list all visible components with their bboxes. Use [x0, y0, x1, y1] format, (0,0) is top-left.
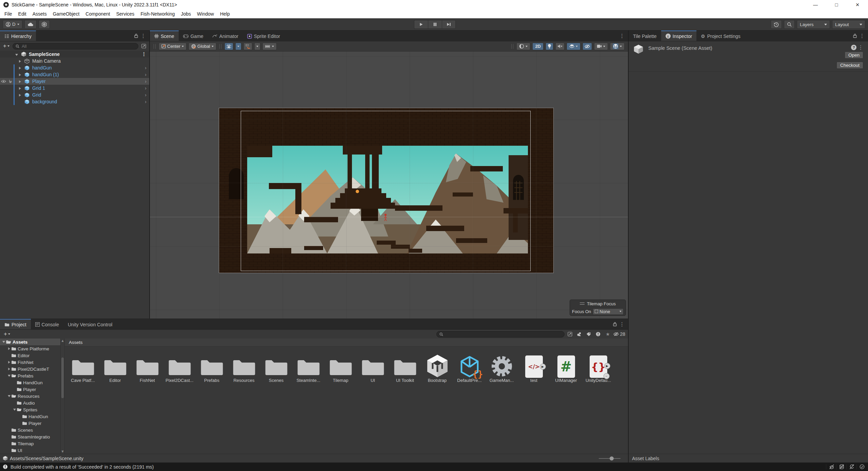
- asset-item-folder[interactable]: UI Toolkit: [389, 349, 421, 384]
- tree-item[interactable]: Player: [0, 420, 60, 427]
- toolbar-drag-handle[interactable]: [511, 44, 513, 49]
- tab-console[interactable]: Console: [31, 319, 63, 329]
- tree-item[interactable]: UI: [0, 447, 60, 454]
- asset-item-folder[interactable]: Pixel2DCast...: [163, 349, 196, 384]
- menu-services[interactable]: Services: [113, 11, 138, 17]
- tree-item-assets[interactable]: Assets: [0, 339, 60, 345]
- layout-dropdown[interactable]: Layout: [832, 20, 865, 29]
- menu-edit[interactable]: Edit: [15, 11, 29, 17]
- picker-icon[interactable]: [140, 43, 147, 49]
- open-button[interactable]: Open: [845, 52, 863, 59]
- asset-item-scene[interactable]: Bootstrap: [421, 349, 453, 384]
- tree-item[interactable]: Audio: [0, 400, 60, 406]
- search-by-type-icon[interactable]: [575, 331, 583, 337]
- kebab-menu-icon[interactable]: ⋮: [139, 51, 149, 57]
- asset-item-folder[interactable]: Editor: [99, 349, 131, 384]
- scene-render-tilemap-level[interactable]: [219, 108, 554, 273]
- asset-item-folder[interactable]: Prefabs: [196, 349, 228, 384]
- hierarchy-item-background[interactable]: background ›: [0, 98, 149, 105]
- visibility-eye-icon[interactable]: [1, 79, 6, 83]
- tab-sprite-editor[interactable]: Sprite Editor: [243, 30, 284, 41]
- tab-game[interactable]: Game: [179, 30, 208, 41]
- tree-item[interactable]: Prefabs: [0, 372, 60, 379]
- snap-settings-button[interactable]: [243, 43, 252, 50]
- pause-button[interactable]: [428, 20, 442, 29]
- hierarchy-item-handgun-1[interactable]: handGun (1) ›: [0, 71, 149, 78]
- tree-item[interactable]: Player: [0, 386, 60, 393]
- thumbnail-size-slider[interactable]: [599, 458, 620, 459]
- asset-item-gear[interactable]: GameMan...: [486, 349, 518, 384]
- tree-item[interactable]: Tilemap: [0, 440, 60, 447]
- cache-server-disabled-icon[interactable]: [836, 464, 845, 469]
- slider-knob[interactable]: [610, 456, 614, 460]
- cloud-button[interactable]: [24, 20, 37, 29]
- kebab-menu-icon[interactable]: ⋮: [857, 33, 867, 39]
- help-icon[interactable]: ?: [851, 45, 856, 50]
- menu-fish-networking[interactable]: Fish-Networking: [137, 11, 178, 17]
- tool-settings-dropdown[interactable]: [262, 43, 277, 50]
- pivot-mode-dropdown[interactable]: Center: [159, 43, 186, 50]
- asset-item-json[interactable]: {} ▶ − UnityDefau...: [582, 349, 614, 384]
- lock-icon[interactable]: [134, 34, 138, 38]
- scene-visibility-toggle[interactable]: [583, 43, 592, 50]
- focus-on-dropdown[interactable]: None: [593, 308, 624, 315]
- scene-viewport[interactable]: Tilemap Focus Focus On None: [150, 52, 628, 319]
- tree-item[interactable]: Cave Platforme: [0, 345, 60, 352]
- prefab-open-chevron[interactable]: ›: [145, 92, 146, 98]
- scrollbar-thumb[interactable]: [61, 357, 64, 398]
- tree-item[interactable]: SteamIntegratio: [0, 433, 60, 440]
- tree-item[interactable]: Resources: [0, 393, 60, 400]
- auto-refresh-disabled-icon[interactable]: [846, 464, 855, 469]
- scene-lighting-toggle[interactable]: [546, 43, 553, 50]
- prefab-open-chevron[interactable]: ›: [145, 85, 146, 91]
- status-ok-icon[interactable]: [856, 464, 865, 469]
- effects-toggle[interactable]: [567, 43, 580, 50]
- asset-item-folder[interactable]: SteamInte...: [292, 349, 324, 384]
- asset-item-script[interactable]: # UIManager: [550, 349, 582, 384]
- asset-item-preset[interactable]: {} DefaultPre...: [453, 349, 486, 384]
- hierarchy-search-input[interactable]: [21, 43, 135, 49]
- checkout-button[interactable]: Checkout: [836, 62, 863, 69]
- kebab-menu-icon[interactable]: ⋮: [617, 33, 627, 39]
- asset-item-folder[interactable]: FishNet: [131, 349, 163, 384]
- prefab-open-chevron[interactable]: ›: [145, 79, 146, 84]
- search-log-icon[interactable]: [594, 331, 602, 337]
- toolbar-drag-handle[interactable]: [154, 44, 156, 49]
- tab-project-settings[interactable]: ⚙ Project Settings: [696, 30, 745, 41]
- asset-item-script[interactable]: </> ▶ test: [518, 349, 550, 384]
- asset-item-folder[interactable]: Cave Platf...: [67, 349, 99, 384]
- menu-file[interactable]: File: [1, 11, 15, 17]
- project-add-button[interactable]: +: [3, 331, 11, 337]
- tab-scene[interactable]: Scene: [150, 30, 179, 41]
- orientation-dropdown[interactable]: Global: [189, 43, 216, 50]
- tree-item[interactable]: FishNet: [0, 359, 60, 366]
- tab-unity-version-control[interactable]: Unity Version Control: [63, 319, 117, 329]
- hierarchy-search-field[interactable]: [13, 43, 138, 49]
- shading-mode-dropdown[interactable]: [516, 43, 530, 50]
- debugger-disabled-icon[interactable]: [826, 464, 835, 469]
- hierarchy-item-grid[interactable]: Grid ›: [0, 91, 149, 98]
- kebab-menu-icon[interactable]: ⋮: [856, 44, 865, 50]
- hierarchy-item-handgun[interactable]: handGun ›: [0, 64, 149, 71]
- menu-assets[interactable]: Assets: [29, 11, 50, 17]
- menu-jobs[interactable]: Jobs: [178, 11, 194, 17]
- audio-mute-toggle[interactable]: [555, 43, 565, 50]
- 2d-mode-toggle[interactable]: 2D: [532, 43, 544, 50]
- step-button[interactable]: [442, 20, 456, 29]
- layers-dropdown[interactable]: Layers: [797, 20, 830, 29]
- hierarchy-scene-row[interactable]: SampleScene ⋮: [0, 51, 149, 58]
- menu-gameobject[interactable]: GameObject: [50, 11, 83, 17]
- menu-component[interactable]: Component: [82, 11, 113, 17]
- close-button[interactable]: ×: [847, 0, 868, 9]
- picker-icon[interactable]: [567, 331, 573, 337]
- prefab-open-chevron[interactable]: ›: [145, 99, 146, 104]
- search-by-label-icon[interactable]: [585, 331, 592, 337]
- status-message[interactable]: Build completed with a result of 'Succee…: [11, 464, 154, 470]
- asset-labels-bar[interactable]: Asset Labels: [629, 454, 868, 463]
- tilemap-focus-overlay[interactable]: Tilemap Focus Focus On None: [570, 300, 626, 316]
- toolbar-drag-handle[interactable]: [219, 44, 221, 49]
- hierarchy-item-main-camera[interactable]: Main Camera: [0, 58, 149, 64]
- asset-item-folder[interactable]: UI: [357, 349, 389, 384]
- grid-snap-toggle[interactable]: [224, 43, 233, 50]
- project-search-input[interactable]: [445, 331, 561, 337]
